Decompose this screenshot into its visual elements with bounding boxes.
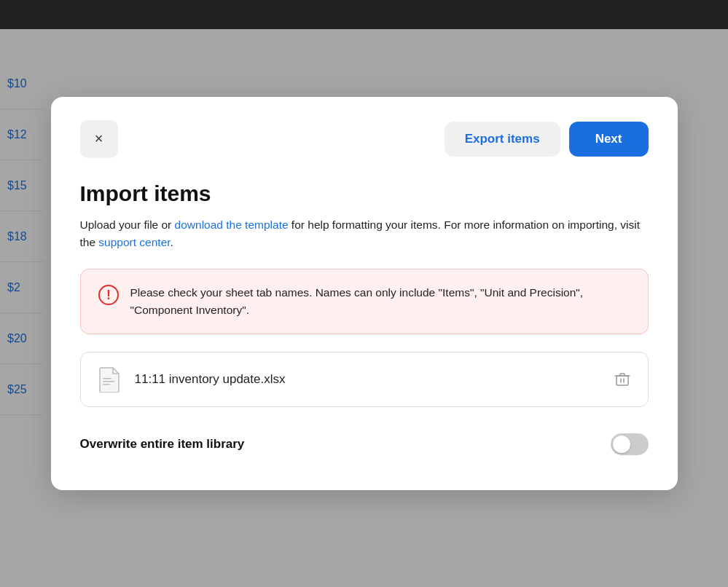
modal-title: Import items [80, 181, 649, 206]
modal-overlay: × Export items Next Import items Upload … [0, 0, 728, 587]
description-text-3: . [171, 236, 173, 248]
topbar-right-actions: Export items Next [445, 122, 649, 157]
svg-rect-3 [103, 381, 114, 382]
delete-file-button[interactable] [611, 369, 633, 390]
trash-icon [614, 371, 630, 387]
svg-rect-5 [617, 376, 628, 385]
svg-rect-4 [103, 384, 110, 385]
export-items-button[interactable]: Export items [445, 122, 560, 157]
overwrite-row: Overwrite entire item library [80, 433, 649, 455]
next-button[interactable]: Next [569, 122, 649, 157]
error-icon: ! [98, 285, 119, 305]
download-template-link[interactable]: download the template [175, 218, 289, 231]
modal-topbar: × Export items Next [80, 120, 649, 158]
overwrite-toggle[interactable] [611, 433, 649, 455]
file-icon [95, 366, 123, 393]
import-modal: × Export items Next Import items Upload … [51, 97, 678, 490]
modal-description: Upload your file or download the templat… [80, 216, 649, 251]
description-text-1: Upload your file or [80, 218, 175, 231]
error-box: ! Please check your sheet tab names. Nam… [80, 269, 649, 334]
file-name: 11:11 inventory update.xlsx [135, 372, 600, 387]
file-box: 11:11 inventory update.xlsx [80, 352, 649, 407]
overwrite-label: Overwrite entire item library [80, 437, 245, 452]
error-message: Please check your sheet tab names. Names… [130, 284, 630, 319]
svg-rect-2 [103, 378, 111, 379]
close-button[interactable]: × [80, 120, 118, 158]
support-center-link[interactable]: support center [98, 236, 170, 248]
svg-text:!: ! [106, 288, 111, 302]
